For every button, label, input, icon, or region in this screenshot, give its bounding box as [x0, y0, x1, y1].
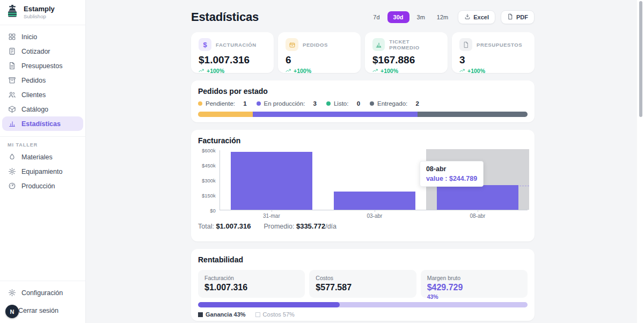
gear-icon — [8, 289, 16, 297]
avatar[interactable]: N — [5, 305, 19, 318]
sidebar-taller-nav: Materiales Equipamiento Producción — [0, 150, 85, 195]
sidebar-item-label: Equipamiento — [21, 168, 62, 175]
header-actions: 7d 30d 3m 12m Excel PDF — [369, 10, 535, 24]
bar-chart-icon — [372, 38, 385, 51]
pdf-label: PDF — [516, 14, 528, 20]
scrollbar-track[interactable] — [637, 0, 644, 323]
estamply-logo-icon — [5, 4, 19, 20]
excel-export-button[interactable]: Excel — [458, 10, 495, 24]
gauge-icon — [8, 182, 16, 190]
scrollbar-thumb[interactable] — [639, 1, 642, 117]
chart-bar-03-abr[interactable] — [334, 192, 415, 210]
brand[interactable]: Estamply Sublishop — [0, 0, 85, 25]
sidebar: Estamply Sublishop Inicio Cotizador Pres… — [0, 0, 86, 323]
legend-ganancia: Ganancia 43% — [198, 311, 246, 318]
mini-card-facturacion: Facturación $1.007.316 — [198, 270, 305, 298]
status-segment — [418, 112, 528, 117]
avg-value: $335.772 — [296, 222, 325, 230]
avg-suffix: /día — [325, 223, 336, 230]
trending-up-icon — [459, 68, 465, 74]
legend-dot-0 — [198, 101, 202, 106]
stat-value: $1.007.316 — [199, 54, 266, 66]
stat-value: 6 — [286, 54, 353, 66]
page-header: Estadísticas 7d 30d 3m 12m Excel PDF — [191, 10, 535, 25]
pdf-export-button[interactable]: PDF — [501, 10, 535, 24]
sidebar-item-label: Cotizador — [21, 48, 50, 55]
tooltip-date: 08-abr — [426, 165, 477, 173]
profitability-legend: Ganancia 43% Costos 57% — [198, 311, 528, 318]
status-segment — [198, 112, 253, 117]
legend-item-en-produccion: En producción: 3 — [257, 100, 317, 107]
stat-label: FACTURACIÓN — [216, 42, 257, 48]
mini-card-margen-bruto: Margen bruto $429.729 43% — [421, 270, 528, 298]
sidebar-item-label: Clientes — [21, 91, 46, 99]
legend-dot-1 — [257, 101, 261, 106]
chart-y-axis: $600k$450k$300k$150k$0 — [198, 150, 219, 210]
legend-dot-2 — [326, 101, 331, 106]
package-icon — [8, 105, 16, 114]
chart-bar-08-abr[interactable] — [437, 185, 518, 210]
sidebar-item-configuracion[interactable]: Configuración — [2, 285, 83, 300]
outline-square-icon — [255, 312, 260, 317]
users-icon — [8, 91, 16, 99]
file-icon — [507, 13, 514, 21]
trending-up-icon — [286, 68, 291, 74]
stat-value: $167.886 — [372, 54, 440, 66]
gear-icon — [8, 167, 16, 176]
sidebar-item-pedidos[interactable]: Pedidos — [2, 73, 83, 87]
y-tick-label: $600k — [202, 148, 216, 153]
stat-card-ticket-promedio: TICKET PROMEDIO $167.886 +100% — [365, 32, 448, 73]
sidebar-item-inicio[interactable]: Inicio — [2, 30, 83, 44]
stats-row: $ FACTURACIÓN $1.007.316 +100% PEDIDOS 6… — [191, 32, 535, 73]
sidebar-item-label: Producción — [21, 182, 55, 190]
billing-card: Facturación $600k$450k$300k$150k$0 08-ab… — [191, 130, 535, 241]
x-tick-label: 31-mar — [263, 213, 280, 219]
file-icon — [459, 38, 472, 51]
profitability-title: Rentabilidad — [198, 255, 528, 264]
sidebar-item-label: Materiales — [21, 153, 53, 161]
total-label: Total: — [198, 223, 214, 230]
sidebar-item-presupuestos[interactable]: Presupuestos — [2, 58, 83, 73]
package-icon — [286, 38, 298, 51]
stat-label: TICKET PROMEDIO — [389, 39, 440, 50]
profitability-minicards: Facturación $1.007.316 Costos $577.587 M… — [198, 270, 528, 298]
chart-bar-31-mar[interactable] — [231, 152, 312, 210]
y-tick-label: $300k — [202, 178, 216, 183]
range-button-3m[interactable]: 3m — [413, 11, 429, 23]
trending-up-icon — [199, 68, 204, 74]
chart-plot-area: 08-abr value : $244.789 31-mar03-abr08-a… — [219, 150, 528, 210]
status-legend: Pendiente: 1 En producción: 3 Listo: 0 E… — [198, 100, 528, 107]
orders-by-status-title: Pedidos por estado — [198, 87, 528, 96]
sidebar-item-label: Pedidos — [21, 77, 46, 84]
stat-label: PEDIDOS — [303, 42, 328, 48]
x-tick-label: 08-abr — [470, 213, 485, 219]
main-content: Estadísticas 7d 30d 3m 12m Excel PDF — [86, 0, 644, 323]
section-label-mi-taller: MI TALLER — [0, 140, 85, 150]
range-button-7d[interactable]: 7d — [369, 11, 384, 23]
sidebar-footer: Configuración Cerrar sesión N — [0, 281, 85, 323]
y-tick-label: $0 — [210, 208, 216, 214]
x-tick — [478, 210, 478, 212]
legend-item-listo: Listo: 0 — [326, 100, 360, 107]
stat-value: 3 — [459, 54, 527, 66]
sidebar-item-produccion[interactable]: Producción — [2, 179, 83, 193]
range-button-30d[interactable]: 30d — [387, 11, 409, 23]
profitability-card: Rentabilidad Facturación $1.007.316 Cost… — [191, 249, 535, 321]
sidebar-item-equipamiento[interactable]: Equipamiento — [2, 164, 83, 179]
divider — [0, 136, 85, 137]
sidebar-item-clientes[interactable]: Clientes — [2, 87, 83, 102]
tooltip-value: value : $244.789 — [426, 175, 477, 182]
archive-box-icon — [8, 76, 16, 85]
sidebar-item-catalogo[interactable]: Catálogo — [2, 102, 83, 116]
sidebar-item-materiales[interactable]: Materiales — [2, 150, 83, 164]
sidebar-item-label: Estadísticas — [21, 120, 61, 128]
billing-chart: $600k$450k$300k$150k$0 08-abr value : $2… — [198, 150, 528, 210]
stat-trend: +100% — [459, 68, 527, 74]
sidebar-item-cotizador[interactable]: Cotizador — [2, 44, 83, 58]
sidebar-item-estadisticas[interactable]: Estadísticas — [2, 116, 83, 131]
billing-totals: Total: $1.007.316 Promedio: $335.772/día — [198, 222, 528, 230]
download-icon — [464, 13, 471, 21]
range-button-12m[interactable]: 12m — [433, 11, 452, 23]
x-tick-label: 03-abr — [367, 213, 382, 219]
page-title: Estadísticas — [191, 10, 259, 24]
